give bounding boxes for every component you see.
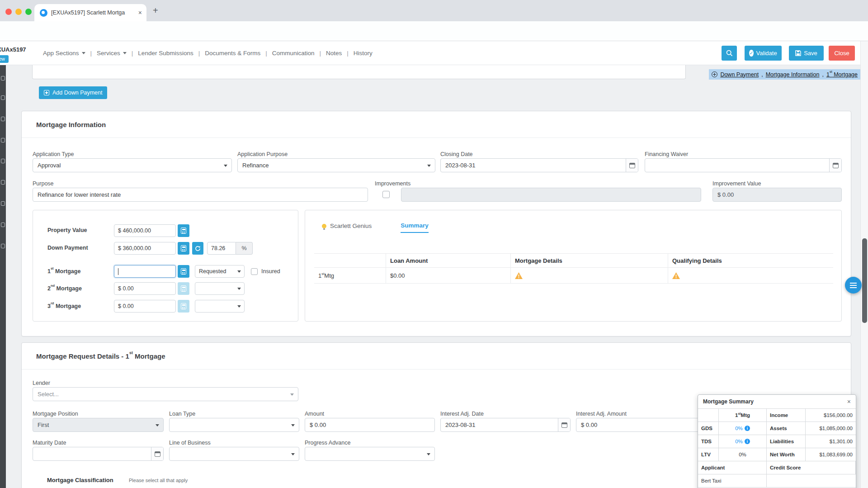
interest-adj-date-input[interactable]: 2023-08-31	[440, 418, 571, 432]
add-down-payment-button[interactable]: Add Down Payment	[39, 86, 107, 99]
new-tab-button[interactable]: +	[153, 6, 158, 15]
sidebar-icon[interactable]	[1, 159, 5, 163]
table-row: 1st Mtg $0.00	[314, 268, 833, 284]
third-mortgage-input[interactable]: $ 0.00	[114, 300, 176, 313]
info-icon[interactable]: i	[745, 439, 750, 444]
second-mortgage-status-select[interactable]	[195, 282, 245, 295]
nav-notes[interactable]: Notes	[326, 50, 342, 57]
mortgage-details-cell	[510, 268, 668, 283]
lender-select[interactable]: Select...	[33, 387, 298, 401]
calculator-button[interactable]	[178, 224, 189, 237]
caret-down-icon	[427, 165, 431, 167]
property-value-input[interactable]: $ 460,000.00	[114, 224, 176, 237]
hamburger-icon	[850, 283, 857, 284]
progress-advance-select[interactable]	[305, 447, 435, 461]
insured-checkbox[interactable]	[251, 268, 258, 275]
caret-down-icon	[224, 165, 227, 167]
mortgage-summary-header: Mortgage Summary ×	[698, 395, 856, 408]
improvements-input	[401, 188, 701, 202]
credit-score-header: Credit Score	[767, 461, 856, 474]
window-minimize-button[interactable]	[15, 9, 22, 15]
tab-title: [EXUAx5197] Scarlett Mortga	[51, 9, 136, 16]
progress-advance-label: Progress Advance	[305, 440, 350, 446]
improvements-checkbox[interactable]	[382, 191, 390, 198]
window-close-button[interactable]	[5, 9, 12, 15]
assets-value: $1,085,000.00	[806, 422, 856, 435]
nav-services[interactable]: Services	[97, 50, 127, 57]
mortgage-summary-panel: Mortgage Summary × 1st Mtg Income $156,0…	[698, 394, 856, 488]
scrollbar-track[interactable]	[860, 41, 868, 488]
sidebar-icon[interactable]	[1, 138, 5, 142]
mortgage-classification-label: Mortgage Classification	[47, 477, 113, 483]
percent-addon: %	[236, 242, 253, 255]
tab-scarlett-genius[interactable]: Scarlett Genius	[322, 222, 372, 233]
closing-date-input[interactable]: 2023-08-31	[440, 158, 638, 172]
scrollbar-thumb[interactable]	[862, 238, 867, 323]
loan-type-label: Loan Type	[169, 411, 195, 417]
calendar-button[interactable]	[626, 159, 638, 172]
nav-history[interactable]: History	[354, 50, 373, 57]
sidebar-icon[interactable]	[1, 117, 5, 121]
down-payment-percent-input[interactable]: 78.26	[207, 242, 236, 255]
interest-adj-amount-input[interactable]: $ 0.00	[576, 418, 706, 432]
validate-button[interactable]: ✓ Validate	[745, 46, 782, 61]
nav-lender-submissions[interactable]: Lender Submissions	[138, 50, 193, 57]
first-mortgage-input[interactable]	[114, 265, 176, 278]
tab-close-icon[interactable]: ×	[138, 9, 142, 16]
application-purpose-select[interactable]: Refinance	[237, 158, 435, 172]
calculator-button[interactable]	[178, 265, 189, 278]
loan-type-select[interactable]	[169, 418, 299, 432]
assets-label: Assets	[767, 422, 806, 435]
jump-to-section-chip[interactable]: Down Payment, Mortgage Information, 1st …	[709, 69, 860, 80]
sidebar-icon[interactable]	[1, 95, 5, 100]
sidebar-icon[interactable]	[1, 180, 5, 185]
tds-value[interactable]: 0%i	[719, 435, 767, 448]
maturity-date-input[interactable]	[33, 447, 164, 461]
second-mortgage-label: 2nd Mortgage	[47, 285, 82, 292]
sidebar-icon[interactable]	[1, 244, 5, 248]
calendar-button[interactable]	[558, 418, 570, 431]
application-purpose-label: Application Purpose	[237, 151, 288, 157]
close-icon[interactable]: ×	[847, 398, 851, 405]
save-icon	[795, 50, 801, 56]
calculator-icon	[181, 268, 186, 275]
mortgage-position-label: Mortgage Position	[33, 411, 78, 417]
calendar-button[interactable]	[151, 447, 163, 460]
nav-app-sections[interactable]: App Sections	[43, 50, 85, 57]
search-button[interactable]	[722, 46, 737, 61]
gds-value[interactable]: 0%i	[719, 422, 767, 435]
classification-hint: Please select all that apply	[129, 478, 188, 483]
calculator-button-disabled	[178, 300, 189, 313]
third-mortgage-status-select[interactable]	[195, 300, 245, 313]
close-button[interactable]: Close	[829, 46, 855, 61]
calendar-button[interactable]	[829, 159, 841, 172]
refresh-button[interactable]	[192, 242, 203, 255]
down-payment-label: Down Payment	[47, 245, 88, 251]
calculator-button[interactable]	[178, 242, 189, 255]
floating-menu-button[interactable]	[845, 277, 862, 294]
down-payment-input[interactable]: $ 360,000.00	[114, 242, 176, 255]
nav-communication[interactable]: Communication	[272, 50, 315, 57]
window-zoom-button[interactable]	[25, 9, 32, 15]
purpose-input[interactable]: Refinance for lower interest rate	[33, 188, 368, 202]
amount-input[interactable]: $ 0.00	[305, 418, 435, 432]
sidebar-icon[interactable]	[1, 76, 5, 81]
sidebar-icon[interactable]	[1, 201, 5, 206]
line-of-business-select[interactable]	[169, 447, 299, 461]
second-mortgage-input[interactable]: $ 0.00	[114, 282, 176, 295]
mortgage-position-select: First	[33, 418, 164, 432]
info-icon[interactable]: i	[745, 426, 750, 431]
application-type-select[interactable]: Approval	[33, 158, 232, 172]
amount-label: Amount	[305, 411, 324, 417]
calculator-icon	[181, 285, 186, 292]
nav-documents-forms[interactable]: Documents & Forms	[205, 50, 260, 57]
line-of-business-label: Line of Business	[169, 440, 211, 446]
financing-waiver-input[interactable]	[645, 158, 842, 172]
browser-tab[interactable]: [EXUAx5197] Scarlett Mortga ×	[34, 4, 146, 21]
tab-summary[interactable]: Summary	[401, 222, 429, 233]
first-mortgage-status-select[interactable]: Requested	[195, 265, 245, 278]
save-button[interactable]: Save	[789, 46, 824, 61]
sidebar-icon[interactable]	[1, 223, 5, 227]
app-header: XUAx5197 ew App Sections | Services | Le…	[0, 41, 868, 65]
ltv-label: LTV	[698, 448, 719, 461]
